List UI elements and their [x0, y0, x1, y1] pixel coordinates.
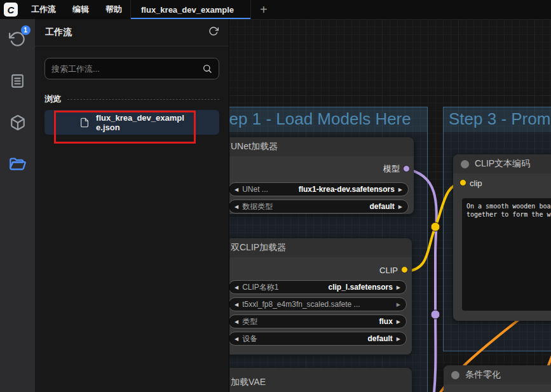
file-document-icon — [79, 117, 90, 128]
widget-label: UNet ... — [242, 185, 268, 194]
node-clip-text-encode[interactable]: CLIP文本编码 clip On a smooth wooden board t… — [453, 154, 551, 321]
workflow-search-input[interactable] — [51, 64, 202, 74]
widget-value: flux1-krea-dev.safetensors — [299, 185, 395, 194]
node-library-icon — [10, 73, 25, 89]
widget-label: CLIP名称1 — [242, 282, 278, 293]
clip-output-port[interactable] — [401, 266, 408, 273]
widget-device[interactable]: ◀ 设备 default ▶ — [229, 332, 407, 346]
cliptext-input-clip: clip — [453, 175, 551, 191]
workflows-panel-header: 工作流 — [35, 19, 229, 46]
next-arrow-icon[interactable]: ▶ — [397, 302, 400, 308]
node-load-vae[interactable]: 加载VAE — [229, 368, 412, 392]
widget-label: 类型 — [242, 316, 257, 327]
model-cube-icon — [10, 114, 26, 131]
panel-title: 工作流 — [45, 27, 72, 38]
next-arrow-icon[interactable]: ▶ — [397, 336, 400, 342]
widget-clip-name2[interactable]: ◀ t5xxl_fp8_e4m3fn_scaled.safete ... ▶ — [229, 297, 407, 311]
widget-value: default — [370, 202, 395, 211]
prev-arrow-icon[interactable]: ◀ — [235, 204, 238, 210]
node-unet-header[interactable]: UNet加载器 — [229, 137, 414, 156]
browse-label: 浏览 — [44, 93, 61, 105]
menu-help[interactable]: 帮助 — [97, 0, 130, 19]
input-clip-label: clip — [470, 179, 482, 188]
output-clip-label: CLIP — [379, 266, 398, 275]
graph-canvas[interactable]: Step 1 - Load Models Here Step 3 - Prom … — [229, 19, 551, 392]
workflow-file-item[interactable]: flux_krea_dev_exampl e.json — [44, 110, 219, 135]
prompt-line1: On a smooth wooden board — [466, 202, 551, 210]
node-condzero-title: 条件零化 — [465, 369, 501, 381]
prompt-textarea[interactable]: On a smooth wooden board together to for… — [462, 198, 551, 311]
widget-label: t5xxl_fp8_e4m3fn_scaled.safete ... — [242, 300, 360, 309]
unet-output-model: 模型 — [229, 161, 414, 177]
next-arrow-icon[interactable]: ▶ — [398, 204, 402, 210]
node-cliptext-title: CLIP文本编码 — [475, 158, 530, 170]
prev-arrow-icon[interactable]: ◀ — [235, 336, 238, 342]
node-vae-title: 加载VAE — [231, 377, 266, 388]
node-vae-header[interactable]: 加载VAE — [229, 368, 412, 392]
sidebar-item-history[interactable]: 1 — [8, 29, 28, 48]
next-arrow-icon[interactable]: ▶ — [398, 187, 402, 193]
menu-edit[interactable]: 编辑 — [64, 0, 97, 19]
workflow-file-name: flux_krea_dev_exampl e.json — [96, 113, 184, 132]
prev-arrow-icon[interactable]: ◀ — [235, 319, 238, 325]
open-folder-icon — [9, 156, 27, 173]
node-unet-title: UNet加载器 — [231, 141, 278, 152]
queue-count-badge: 1 — [21, 25, 31, 35]
file-name-line2: e.json — [96, 123, 184, 132]
prev-arrow-icon[interactable]: ◀ — [235, 187, 238, 193]
model-output-port[interactable] — [403, 165, 410, 172]
link-midpoint-dot-yellow[interactable] — [431, 222, 440, 231]
collapse-dot-icon[interactable] — [461, 160, 469, 168]
sidebar-item-workflows[interactable] — [8, 155, 28, 174]
widget-clip-name1[interactable]: ◀ CLIP名称1 clip_l.safetensors ▶ — [229, 280, 407, 294]
workflow-tab[interactable]: flux_krea_dev_example — [130, 0, 251, 19]
widget-value: default — [368, 334, 393, 343]
node-conditioning-zero-out[interactable]: 条件零化 — [444, 365, 551, 392]
workflow-tab-label: flux_krea_dev_example — [141, 5, 234, 15]
widget-label: 设备 — [242, 334, 257, 344]
node-dualclip-header[interactable]: 双CLIP加载器 — [229, 238, 412, 257]
sidebar-rail: 1 — [0, 19, 35, 392]
refresh-icon — [208, 26, 219, 36]
sidebar-item-model-library[interactable] — [8, 113, 28, 132]
node-unet-loader[interactable]: UNet加载器 模型 ◀ UNet ... flux1-krea-dev.saf… — [229, 137, 414, 214]
clip-input-port[interactable] — [459, 179, 466, 186]
next-arrow-icon[interactable]: ▶ — [397, 319, 400, 325]
comfyui-logo-icon: C — [4, 3, 18, 17]
workflows-panel: 工作流 浏览 flux_kr — [35, 19, 229, 392]
node-condzero-header[interactable]: 条件零化 — [444, 365, 551, 384]
sidebar-item-node-library[interactable] — [8, 71, 28, 90]
menu-workflow[interactable]: 工作流 — [23, 0, 64, 19]
widget-value: clip_l.safetensors — [328, 283, 392, 292]
section-divider — [67, 99, 219, 100]
collapse-dot-icon[interactable] — [451, 371, 459, 379]
prev-arrow-icon[interactable]: ◀ — [235, 285, 238, 290]
refresh-button[interactable] — [208, 26, 219, 39]
dualclip-output-clip: CLIP — [229, 262, 412, 278]
widget-weight-dtype[interactable]: ◀ 数据类型 default ▶ — [229, 199, 409, 213]
workflow-search-box[interactable] — [44, 58, 219, 79]
browse-section-header: 浏览 — [44, 93, 219, 105]
prompt-line2: together to form the wor — [466, 210, 551, 219]
file-name-line1: flux_krea_dev_exampl — [96, 113, 184, 123]
widget-value: flux — [379, 317, 393, 326]
widget-unet-name[interactable]: ◀ UNet ... flux1-krea-dev.safetensors ▶ — [229, 182, 409, 196]
widget-label: 数据类型 — [242, 201, 273, 212]
node-cliptext-header[interactable]: CLIP文本编码 — [453, 154, 551, 173]
top-menu-bar: C 工作流 编辑 帮助 flux_krea_dev_example + — [0, 0, 551, 19]
node-dualclip-title: 双CLIP加载器 — [231, 242, 286, 253]
node-dual-clip-loader[interactable]: 双CLIP加载器 CLIP ◀ CLIP名称1 clip_l.safetenso… — [229, 238, 412, 355]
output-model-label: 模型 — [383, 163, 400, 175]
new-tab-button[interactable]: + — [251, 0, 276, 19]
link-midpoint-dot-purple[interactable] — [431, 310, 440, 319]
prev-arrow-icon[interactable]: ◀ — [235, 302, 238, 308]
widget-clip-type[interactable]: ◀ 类型 flux ▶ — [229, 314, 407, 328]
search-icon — [202, 64, 212, 74]
next-arrow-icon[interactable]: ▶ — [397, 285, 400, 290]
